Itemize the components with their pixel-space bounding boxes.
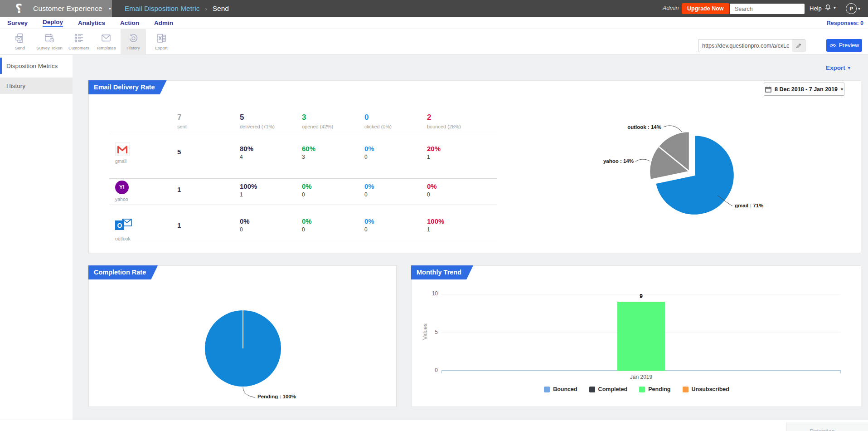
responses-count[interactable]: Responses: 0 [827, 20, 863, 26]
table-divider [109, 243, 497, 243]
axis-end-tick [840, 371, 841, 373]
preview-button[interactable]: Preview [826, 39, 862, 52]
top-bar: ? Customer Experience ▾ Email Dispositio… [0, 0, 868, 17]
preview-label: Preview [839, 42, 859, 49]
breadcrumb: Email Disposition Metric › Send [125, 0, 229, 17]
toolbar-history[interactable]: History [121, 29, 146, 55]
nav-item-admin[interactable]: Admin [154, 20, 173, 26]
cell-delivered-pct: 100% [240, 182, 302, 190]
delivery-summary-row: 7sent 5delivered (71%) 3opened (42%) 0cl… [109, 113, 497, 129]
avatar: P [846, 3, 857, 14]
nav-item-deploy[interactable]: Deploy [43, 19, 63, 27]
legend-label: Unsubscribed [692, 386, 729, 392]
toolbar-send[interactable]: Send [7, 29, 33, 55]
nav-item-action[interactable]: Action [120, 20, 139, 26]
toolbar-survey-token[interactable]: Survey Token [34, 29, 64, 55]
callout-leader-line [635, 159, 650, 162]
callout-label: outlook : 14% [627, 124, 661, 130]
toolbar-export[interactable]: Export [149, 29, 174, 55]
upgrade-now-button[interactable]: Upgrade Now [682, 3, 729, 14]
help-link[interactable]: Help [810, 5, 822, 12]
toolbar-label: Export [155, 45, 167, 50]
cell-bounced-pct: 100% [427, 217, 497, 225]
account-menu[interactable]: P ▾ [846, 3, 860, 14]
notifications-menu[interactable]: ▾ [824, 4, 836, 12]
legend-label: Bounced [553, 386, 577, 392]
bar-value-label: 9 [628, 293, 655, 299]
chevron-down-icon: ▾ [109, 6, 111, 11]
toolbar-label: Templates [96, 45, 116, 50]
provider-label: yahoo [115, 196, 177, 202]
cell-sent: 1 [177, 186, 181, 193]
chevron-down-icon: ▾ [858, 6, 860, 11]
toolbar-label: Send [15, 45, 25, 50]
callout-leader-line [243, 387, 255, 397]
cell-delivered-n: 0 [240, 226, 302, 233]
cell-opened-pct: 0% [302, 217, 364, 225]
legend-item-unsubscribed[interactable]: Unsubscribed [683, 386, 729, 392]
bottom-strip: Retention [0, 420, 868, 431]
customers-list-icon [73, 33, 84, 44]
legend-item-bounced[interactable]: Bounced [544, 386, 577, 392]
templates-envelope-icon [101, 33, 112, 44]
legend-item-pending[interactable]: Pending [639, 386, 670, 392]
chevron-down-icon: ▾ [834, 5, 836, 10]
nav-item-survey[interactable]: Survey [7, 20, 28, 26]
cell-clicked-pct: 0% [364, 182, 427, 190]
sidebar-item-disposition-metrics[interactable]: Disposition Metrics [0, 58, 73, 74]
history-icon [128, 33, 139, 44]
questionpro-logo-icon: ? [15, 0, 22, 17]
bar-pending[interactable] [617, 302, 665, 371]
y-tick-label: 5 [420, 329, 438, 335]
date-range-picker[interactable]: 8 Dec 2018 - 7 Jan 2019 ▾ [764, 83, 844, 96]
cell-opened-n: 0 [302, 191, 364, 198]
cell-sent: 1 [177, 221, 181, 229]
cell-bounced-n: 1 [427, 226, 497, 233]
summary-delivered-value: 5 [240, 113, 302, 122]
cell-clicked-pct: 0% [364, 145, 427, 152]
legend-label: Pending [648, 386, 670, 392]
edit-url-button[interactable] [792, 39, 805, 52]
legend-swatch [639, 387, 645, 392]
breadcrumb-current: Send [213, 5, 229, 13]
survey-url-input[interactable] [698, 39, 792, 52]
admin-label[interactable]: Admin [663, 5, 679, 11]
callout-label: yahoo : 14% [603, 158, 634, 164]
survey-url-field [698, 39, 805, 52]
toolbar-customers[interactable]: Customers [66, 29, 92, 55]
breadcrumb-survey-link[interactable]: Email Disposition Metric [125, 5, 199, 13]
svg-text:O: O [117, 222, 122, 229]
summary-bounced-value: 2 [427, 113, 497, 122]
toolbar-templates[interactable]: Templates [93, 29, 119, 55]
toolbar-label: Customers [68, 45, 89, 50]
yahoo-icon: Y! [115, 181, 129, 194]
pencil-icon [795, 43, 802, 49]
summary-clicked-label: clicked (0%) [364, 124, 427, 129]
provider-label: outlook [115, 236, 177, 241]
survey-token-icon [44, 33, 55, 44]
nav-item-analytics[interactable]: Analytics [78, 20, 105, 26]
cell-delivered-pct: 0% [240, 217, 302, 225]
summary-clicked-value: 0 [364, 113, 427, 122]
primary-nav: Survey Deploy Analytics Action Admin Res… [0, 17, 868, 29]
toolbar-label: History [126, 45, 140, 50]
send-phone-icon [15, 33, 25, 44]
sidebar-item-history[interactable]: History [0, 78, 73, 94]
y-tick-label: 0 [420, 367, 438, 373]
cell-opened-n: 3 [302, 154, 364, 160]
legend-item-completed[interactable]: Completed [589, 386, 628, 392]
breadcrumb-separator: › [205, 5, 207, 12]
export-excel-icon [156, 33, 167, 44]
search-input[interactable] [735, 6, 808, 12]
search-box[interactable] [730, 4, 805, 14]
summary-delivered-label: delivered (71%) [240, 124, 302, 129]
legend-swatch [589, 387, 595, 392]
workspace-switcher[interactable]: ? Customer Experience ▾ [0, 0, 112, 17]
bottom-partial-text: Retention [810, 428, 835, 431]
cell-opened-pct: 60% [302, 145, 364, 152]
export-dropdown[interactable]: Export ▼ [826, 64, 851, 71]
legend-label: Completed [598, 386, 628, 392]
callout-leader-line [664, 126, 682, 132]
legend-swatch [683, 387, 689, 392]
app-root: ? Customer Experience ▾ Email Dispositio… [0, 0, 868, 431]
